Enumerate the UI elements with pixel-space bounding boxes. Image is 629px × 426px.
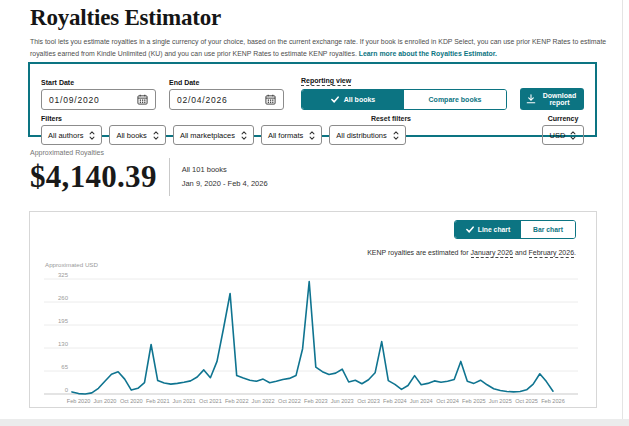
currency-group: Currency USD [542,115,584,145]
filter-dropdowns: All authors All books All marketplaces A… [41,125,584,145]
download-report-label: Download report [541,92,578,106]
check-icon [466,226,474,233]
summary-divider [169,158,170,196]
svg-text:Jun 2024: Jun 2024 [410,398,433,404]
end-date-field: End Date 02/04/2026 [169,79,284,110]
distributions-filter-dropdown[interactable]: All distributions [329,125,405,145]
page-title: Royalties Estimator [30,5,221,31]
svg-text:Jun 2022: Jun 2022 [252,398,275,404]
svg-text:Feb 2022: Feb 2022 [225,398,249,404]
svg-text:260: 260 [58,295,69,301]
svg-text:325: 325 [58,272,69,278]
svg-text:Feb 2026: Feb 2026 [541,398,565,404]
updown-chevron-icon [153,130,159,141]
svg-text:Feb 2025: Feb 2025 [462,398,486,404]
kenp-note-january-link[interactable]: January 2026 [471,249,513,258]
svg-text:Jun 2020: Jun 2020 [93,398,116,404]
royalties-amount: $4,140.39 [30,159,157,195]
authors-filter-value: All authors [48,131,83,140]
calendar-icon[interactable] [137,94,148,105]
royalties-line-chart: 065130195260325Feb 2020Jun 2020Oct 2020F… [44,259,584,409]
svg-text:0: 0 [65,387,69,393]
updown-chevron-icon [570,130,576,141]
download-icon [526,94,536,104]
svg-text:Oct 2020: Oct 2020 [120,398,143,404]
filters-label: Filters [41,115,584,122]
reporting-view-group: Reporting view All books Compare books [301,69,507,110]
all-books-toggle-label: All books [344,96,376,103]
calendar-icon[interactable] [265,94,276,105]
kenp-note-mid: and [513,249,529,256]
distributions-filter-value: All distributions [336,131,386,140]
compare-books-toggle[interactable]: Compare books [404,90,506,109]
authors-filter-dropdown[interactable]: All authors [41,125,102,145]
check-icon [331,96,339,103]
books-count: All 101 books [182,163,268,177]
reporting-view-label[interactable]: Reporting view [301,77,351,86]
svg-text:Feb 2020: Feb 2020 [67,398,91,404]
reset-filters-button[interactable]: Reset filters [341,115,411,122]
page-description-text: This tool lets you estimate royalties in… [30,38,606,57]
books-filter-value: All books [116,131,146,140]
updown-chevron-icon [241,130,247,141]
kenp-note-february-link[interactable]: February 2026 [529,249,575,258]
bar-chart-toggle[interactable]: Bar chart [521,221,575,238]
learn-more-link[interactable]: Learn more about the Royalties Estimator… [359,50,497,57]
filters-row-dropdowns: Filters Reset filters All authors All bo… [41,115,584,145]
currency-dropdown[interactable]: USD [542,125,584,145]
page-description: This tool lets you estimate royalties in… [30,36,608,61]
download-report-button[interactable]: Download report [520,88,584,110]
currency-value: USD [550,131,566,140]
svg-text:Feb 2023: Feb 2023 [304,398,328,404]
start-date-label: Start Date [41,79,156,86]
approximated-royalties-label: Approximated Royalties [30,149,268,156]
all-books-toggle[interactable]: All books [302,90,404,109]
svg-text:Approximated USD: Approximated USD [45,261,98,268]
currency-label: Currency [542,115,584,122]
line-chart-toggle[interactable]: Line chart [455,221,521,238]
royalties-summary: Approximated Royalties $4,140.39 All 101… [30,149,268,196]
kenp-estimate-note: KENP royalties are estimated for January… [367,249,576,256]
svg-text:130: 130 [58,341,69,347]
filters-panel: Start Date 01/09/2020 End Date 02/04/202… [28,62,597,137]
updown-chevron-icon [393,130,399,141]
kenp-note-prefix: KENP royalties are estimated for [367,249,470,256]
svg-text:Oct 2021: Oct 2021 [199,398,222,404]
svg-text:65: 65 [61,364,68,370]
page-bottom-edge [0,419,629,426]
reporting-view-toggle: All books Compare books [301,89,507,110]
formats-filter-value: All formats [268,131,303,140]
end-date-value: 02/04/2026 [177,95,228,105]
svg-text:Feb 2024: Feb 2024 [383,398,407,404]
start-date-field: Start Date 01/09/2020 [41,79,156,110]
formats-filter-dropdown[interactable]: All formats [261,125,322,145]
svg-text:Jun 2025: Jun 2025 [489,398,512,404]
kenp-note-suffix: . [574,249,576,256]
svg-text:Oct 2023: Oct 2023 [357,398,380,404]
start-date-input[interactable]: 01/09/2020 [41,89,156,110]
chart-type-toggle: Line chart Bar chart [454,220,576,239]
summary-date-range: Jan 9, 2020 - Feb 4, 2026 [182,177,268,191]
start-date-value: 01/09/2020 [49,95,100,105]
line-chart-toggle-label: Line chart [478,226,510,233]
marketplaces-filter-value: All marketplaces [180,131,235,140]
updown-chevron-icon [309,130,315,141]
svg-text:Feb 2021: Feb 2021 [146,398,170,404]
end-date-input[interactable]: 02/04/2026 [169,89,284,110]
chart-panel: Line chart Bar chart KENP royalties are … [29,211,597,408]
svg-text:Jun 2021: Jun 2021 [172,398,195,404]
end-date-label: End Date [169,79,284,86]
svg-text:Oct 2022: Oct 2022 [278,398,301,404]
svg-text:Oct 2024: Oct 2024 [436,398,459,404]
updown-chevron-icon [89,130,95,141]
compare-books-toggle-label: Compare books [429,96,482,103]
books-filter-dropdown[interactable]: All books [109,125,165,145]
svg-text:Jun 2023: Jun 2023 [331,398,354,404]
svg-text:195: 195 [58,318,69,324]
page-edge-line [622,0,623,426]
bar-chart-toggle-label: Bar chart [533,226,563,233]
marketplaces-filter-dropdown[interactable]: All marketplaces [173,125,254,145]
svg-text:Oct 2025: Oct 2025 [515,398,538,404]
filters-row-dates: Start Date 01/09/2020 End Date 02/04/202… [41,69,584,110]
